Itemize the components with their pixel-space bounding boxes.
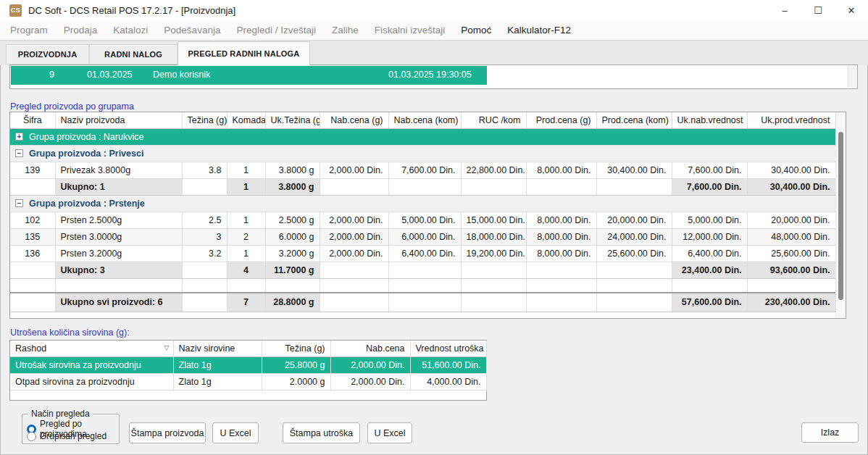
- materials-header-row: Rashod ▽ Naziv sirovine Težina (g) Nab.c…: [10, 341, 486, 356]
- cell: 3.2: [182, 245, 227, 262]
- cell: 6.0000 g: [265, 228, 320, 245]
- group-row-prstenje[interactable]: −Grupa proizvoda : Prstenje: [10, 195, 835, 212]
- col-nab-cena-g[interactable]: Nab.cena (g): [320, 112, 388, 128]
- cell: 4: [227, 262, 265, 278]
- grandtotal-label: Ukupno svi proizvodi: 6: [55, 293, 182, 312]
- col-rashod[interactable]: Rashod ▽: [10, 341, 173, 356]
- products-header-row: Šifra Naziv proizvoda Težina (g) Komada …: [10, 112, 835, 128]
- group-row-narukvice[interactable]: +Grupa proizvoda : Narukvice: [10, 128, 835, 145]
- tab-radni-nalog[interactable]: RADNI NALOG: [89, 44, 178, 64]
- col-komada[interactable]: Komada: [227, 112, 265, 128]
- cell: 3.8: [182, 162, 227, 178]
- cell: Prsten 2.5000g: [55, 212, 182, 228]
- product-row-139[interactable]: 139 Privezak 3.8000g 3.8 1 3.8000 g 2,00…: [10, 162, 835, 178]
- product-row-135[interactable]: 135 Prsten 3.0000g 3 2 6.0000 g 2,000.00…: [10, 228, 835, 245]
- cell: 2,000.00 Din.: [320, 228, 388, 245]
- menu-pregledi-izvestaji[interactable]: Pregledi / Izveštaji: [228, 25, 324, 36]
- menu-pomoc[interactable]: Pomoć: [453, 25, 499, 36]
- materials-section-title: Utrošena količina sirovina (g):: [10, 327, 130, 338]
- products-grid-scrollbar[interactable]: [835, 113, 845, 317]
- scrollbar-thumb[interactable]: [838, 132, 843, 300]
- maximize-icon[interactable]: ☐: [801, 0, 835, 20]
- col-naziv-proizvoda[interactable]: Naziv proizvoda: [55, 112, 182, 128]
- menu-program[interactable]: Program: [2, 25, 56, 36]
- radio-grupisan-pregled[interactable]: Grupisan pregled: [27, 431, 107, 441]
- cell: 18,000.00 Din.: [461, 228, 526, 245]
- group-row-privesci[interactable]: −Grupa proizvoda : Privesci: [10, 145, 835, 162]
- order-datetime: 01.03.2025 19:30:05: [388, 70, 472, 80]
- cell: 135: [10, 228, 55, 245]
- grandtotal-row: Ukupno svi proizvodi: 6 7 28.8000 g 57,6…: [10, 293, 835, 312]
- minimize-icon[interactable]: –: [768, 0, 801, 20]
- cell: 7,600.00 Din.: [672, 178, 747, 195]
- cell: 30,400.00 Din.: [747, 162, 835, 178]
- cell: 30,400.00 Din.: [596, 162, 672, 178]
- col-uk-tezina[interactable]: Uk.Težina (g): [265, 112, 320, 128]
- col-nab-cena[interactable]: Nab.cena: [330, 341, 410, 356]
- cell: 2,000.00 Din.: [330, 373, 410, 390]
- cell: 3.2000 g: [265, 245, 320, 262]
- cell: 136: [10, 245, 55, 262]
- app-window: CS DC Soft - DCS Retail POS 17.2.17 - [P…: [0, 0, 868, 455]
- title-bar: CS DC Soft - DCS Retail POS 17.2.17 - [P…: [0, 0, 868, 20]
- tab-pregled-radnih-naloga[interactable]: PREGLED RADNIH NALOGA: [178, 41, 310, 65]
- view-mode-groupbox: Način pregleda Pregled po proizvodima Gr…: [22, 414, 120, 444]
- window-title: DC Soft - DCS Retail POS 17.2.17 - [Proi…: [28, 5, 235, 16]
- order-user: Demo korisnik: [153, 70, 210, 80]
- col-nab-cena-kom[interactable]: Nab.cena (kom): [388, 112, 461, 128]
- tab-proizvodnja[interactable]: PROIZVODNJA: [6, 44, 89, 64]
- cell: 2: [227, 228, 265, 245]
- col-uk-prod-vrednost[interactable]: Uk.prod.vrednost: [747, 112, 835, 128]
- product-row-102[interactable]: 102 Prsten 2.5000g 2.5 1 2.5000 g 2,000.…: [10, 212, 835, 228]
- exit-button[interactable]: Izlaz: [801, 422, 859, 443]
- print-products-button[interactable]: Štampa proizvoda: [129, 422, 206, 443]
- menu-kalkulator[interactable]: Kalkulator-F12: [499, 25, 579, 36]
- excel-products-button[interactable]: U Excel: [212, 422, 259, 443]
- col-uk-nab-vrednost[interactable]: Uk.nab.vrednost: [672, 112, 747, 128]
- col-tezina[interactable]: Težina (g): [182, 112, 227, 128]
- product-row-136[interactable]: 136 Prsten 3.2000g 3.2 1 3.2000 g 2,000.…: [10, 245, 835, 262]
- col-sifra[interactable]: Šifra: [10, 112, 55, 128]
- cell: 25.8000 g: [262, 356, 330, 373]
- print-usage-button[interactable]: Štampa utroška: [283, 422, 360, 443]
- group-label: Grupa proizvoda : Prstenje: [29, 199, 145, 209]
- col-prod-cena-g[interactable]: Prod.cena (g): [526, 112, 596, 128]
- expand-icon[interactable]: +: [15, 133, 23, 141]
- close-icon[interactable]: ✕: [835, 0, 868, 20]
- cell: 25,600.00 Din.: [747, 245, 835, 262]
- radio-unselected-icon[interactable]: [27, 432, 36, 441]
- cell: Otpad sirovina za proizvodnju: [10, 373, 173, 390]
- menu-katalozi[interactable]: Katalozi: [105, 25, 156, 36]
- materials-table: Rashod ▽ Naziv sirovine Težina (g) Nab.c…: [10, 341, 487, 391]
- menu-prodaja[interactable]: Prodaja: [56, 25, 106, 36]
- col-ruc-kom[interactable]: RUC /kom: [461, 112, 526, 128]
- col-naziv-sirovine[interactable]: Naziv sirovine: [173, 341, 262, 356]
- cell: 20,000.00 Din.: [747, 212, 835, 228]
- material-row-otpad[interactable]: Otpad sirovina za proizvodnju Zlato 1g 2…: [10, 373, 486, 390]
- cell: 24,000.00 Din.: [596, 228, 672, 245]
- work-order-row-selected[interactable]: 9 01.03.2025 Demo korisnik 01.03.2025 19…: [11, 66, 487, 85]
- cell: 51,600.00 Din.: [410, 356, 486, 373]
- subtotal-label: Ukupno: 3: [55, 262, 182, 278]
- menu-podesavanja[interactable]: Podešavanja: [156, 25, 228, 36]
- collapse-icon[interactable]: −: [15, 149, 23, 157]
- cell: 20,000.00 Din.: [596, 212, 672, 228]
- menu-fiskalni-izvestaji[interactable]: Fiskalni izveštaji: [367, 25, 454, 36]
- col-vrednost-utroska[interactable]: Vrednost utroška: [410, 341, 486, 356]
- sort-icon[interactable]: ▽: [164, 344, 170, 351]
- collapse-icon[interactable]: −: [15, 199, 23, 207]
- cell: 1: [227, 178, 265, 195]
- material-row-utrosak[interactable]: Utrošak sirovina za proizvodnju Zlato 1g…: [10, 356, 486, 373]
- menu-zalihe[interactable]: Zalihe: [324, 25, 367, 36]
- col-tezina-sirovine[interactable]: Težina (g): [262, 341, 330, 356]
- tab-strip: PROIZVODNJA RADNI NALOG PREGLED RADNIH N…: [0, 41, 868, 65]
- cell: Prsten 3.0000g: [55, 228, 182, 245]
- cell: 1: [227, 162, 265, 178]
- order-grid-scrollbar[interactable]: [848, 66, 856, 88]
- cell: 4,000.00 Din.: [410, 373, 486, 390]
- cell: 22,800.00 Din.: [461, 162, 526, 178]
- cell: 5,000.00 Din.: [672, 212, 747, 228]
- excel-usage-button[interactable]: U Excel: [367, 422, 412, 443]
- col-prod-cena-kom[interactable]: Prod.cena (kom): [596, 112, 672, 128]
- cell: 230,400.00 Din.: [747, 293, 835, 312]
